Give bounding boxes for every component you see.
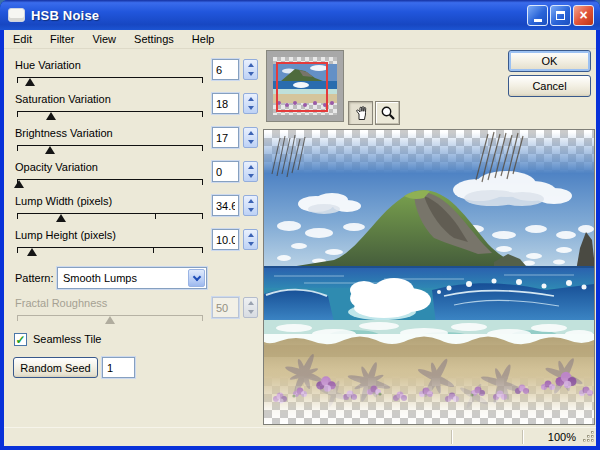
slider-track xyxy=(17,77,203,78)
pattern-label: Pattern: xyxy=(15,272,54,284)
saturation-variation-input[interactable] xyxy=(212,93,239,114)
spin-up-icon xyxy=(248,97,254,101)
lump-height-input[interactable] xyxy=(212,229,239,250)
spin-up-icon xyxy=(248,165,254,169)
slider-label: Hue Variation xyxy=(15,59,81,71)
slider-label: Saturation Variation xyxy=(15,93,111,105)
slider-thumb[interactable] xyxy=(46,112,56,120)
hsb-noise-dialog: HSB Noise × Edit Filter View Settings He… xyxy=(0,0,600,450)
spin-up-icon xyxy=(248,233,254,237)
spin-down-icon xyxy=(248,310,254,314)
resize-grip-icon xyxy=(581,429,595,443)
slider-track xyxy=(17,111,203,112)
slider-thumb[interactable] xyxy=(27,248,37,256)
menu-settings[interactable]: Settings xyxy=(125,31,183,48)
saturation-variation-row: Saturation Variation xyxy=(4,92,262,124)
lump-height-spinner[interactable] xyxy=(243,229,258,250)
spin-down-icon xyxy=(248,208,254,212)
thumbnail-panel[interactable] xyxy=(266,50,344,122)
menu-help[interactable]: Help xyxy=(183,31,224,48)
hand-icon xyxy=(353,105,369,121)
brightness-variation-slider[interactable] xyxy=(17,141,203,155)
fractal-roughness-spinner xyxy=(243,297,258,318)
spin-down-icon xyxy=(248,140,254,144)
opacity-variation-slider[interactable] xyxy=(17,175,203,189)
maximize-button[interactable] xyxy=(550,5,571,26)
chevron-down-icon xyxy=(192,272,200,280)
slider-thumb[interactable] xyxy=(45,146,55,154)
statusbar: 100% xyxy=(4,427,596,446)
window-title: HSB Noise xyxy=(31,8,525,23)
saturation-variation-slider[interactable] xyxy=(17,107,203,121)
slider-track xyxy=(17,247,203,248)
cancel-button[interactable]: Cancel xyxy=(508,75,591,97)
pattern-selected-value: Smooth Lumps xyxy=(58,272,188,284)
spin-down-icon xyxy=(248,242,254,246)
opacity-variation-row: Opacity Variation xyxy=(4,160,262,192)
lump-height-row: Lump Height (pixels) xyxy=(4,228,262,260)
slider-label: Lump Height (pixels) xyxy=(15,229,116,241)
close-button[interactable]: × xyxy=(573,5,594,26)
slider-thumb[interactable] xyxy=(25,78,35,86)
spin-down-icon xyxy=(248,174,254,178)
random-seed-input[interactable] xyxy=(102,357,135,378)
spin-down-icon xyxy=(248,72,254,76)
minimize-icon xyxy=(534,19,542,22)
random-seed-button[interactable]: Random Seed xyxy=(13,357,98,378)
brightness-variation-row: Brightness Variation xyxy=(4,126,262,158)
close-icon: × xyxy=(579,8,587,22)
pattern-dropdown[interactable]: Smooth Lumps xyxy=(57,267,207,289)
preview-pane[interactable] xyxy=(263,129,595,425)
brightness-variation-spinner[interactable] xyxy=(243,127,258,148)
ok-button[interactable]: OK xyxy=(508,50,591,72)
lump-width-spinner[interactable] xyxy=(243,195,258,216)
preview-image[interactable] xyxy=(264,130,594,424)
dropdown-arrow-button[interactable] xyxy=(188,269,205,287)
fractal-roughness-slider xyxy=(17,311,203,325)
fractal-roughness-input xyxy=(212,297,239,318)
thumbnail-selection-rect[interactable] xyxy=(276,62,328,112)
lump-width-row: Lump Width (pixels) xyxy=(4,194,262,226)
slider-track xyxy=(17,179,203,180)
hue-variation-slider[interactable] xyxy=(17,73,203,87)
opacity-variation-input[interactable] xyxy=(212,161,239,182)
zoom-tool-button[interactable] xyxy=(375,101,400,125)
menubar: Edit Filter View Settings Help xyxy=(4,30,596,49)
spin-up-icon xyxy=(248,301,254,305)
menu-edit[interactable]: Edit xyxy=(4,31,41,48)
opacity-variation-spinner[interactable] xyxy=(243,161,258,182)
zoom-level-value: 100% xyxy=(522,431,576,443)
statusbar-divider xyxy=(451,430,452,444)
slider-label: Brightness Variation xyxy=(15,127,113,139)
menu-view[interactable]: View xyxy=(83,31,125,48)
menu-filter[interactable]: Filter xyxy=(41,31,83,48)
titlebar[interactable]: HSB Noise × xyxy=(0,0,600,30)
slider-thumb xyxy=(105,316,115,324)
spin-up-icon xyxy=(248,131,254,135)
slider-label: Fractal Roughness xyxy=(15,297,107,309)
brightness-variation-input[interactable] xyxy=(212,127,239,148)
hue-variation-row: Hue Variation xyxy=(4,58,262,90)
pan-tool-button[interactable] xyxy=(348,101,373,125)
minimize-button[interactable] xyxy=(527,5,548,26)
maximize-icon xyxy=(556,11,565,20)
checkmark-icon: ✓ xyxy=(15,334,25,346)
lump-height-slider[interactable] xyxy=(17,243,203,257)
seamless-tile-checkbox[interactable]: ✓ xyxy=(14,333,27,346)
dialog-body: Hue Variation Saturation Variation Brigh… xyxy=(4,49,596,427)
hue-variation-spinner[interactable] xyxy=(243,59,258,80)
slider-thumb[interactable] xyxy=(14,180,24,188)
saturation-variation-spinner[interactable] xyxy=(243,93,258,114)
spin-down-icon xyxy=(248,106,254,110)
spin-up-icon xyxy=(248,63,254,67)
slider-label: Lump Width (pixels) xyxy=(15,195,112,207)
fractal-roughness-row: Fractal Roughness xyxy=(4,296,262,328)
hue-variation-input[interactable] xyxy=(212,59,239,80)
app-icon xyxy=(8,8,25,22)
slider-track xyxy=(17,213,203,214)
slider-thumb[interactable] xyxy=(56,214,66,222)
lump-width-input[interactable] xyxy=(212,195,239,216)
lump-width-slider[interactable] xyxy=(17,209,203,223)
resize-grip[interactable] xyxy=(581,429,595,445)
spin-up-icon xyxy=(248,199,254,203)
